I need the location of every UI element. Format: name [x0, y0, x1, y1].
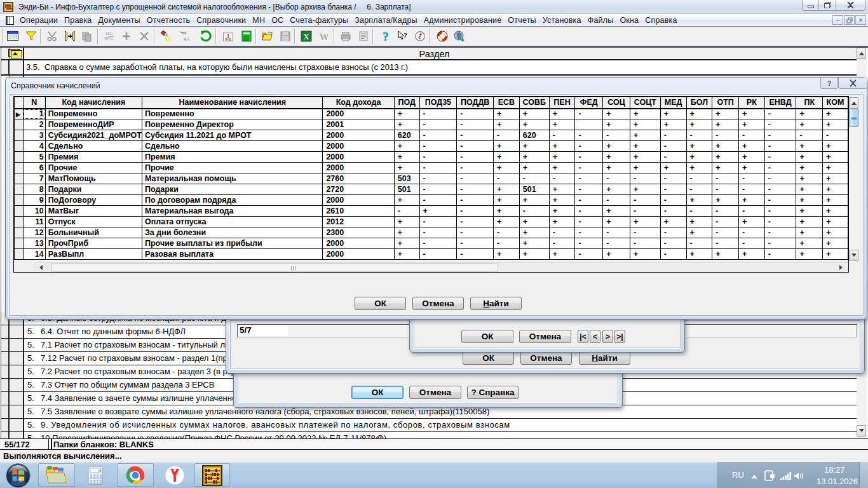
svg-text:180: 180 [105, 31, 112, 36]
svg-text:X: X [303, 32, 309, 41]
svg-text:?: ? [403, 31, 407, 39]
svg-text:ЯНВ: ЯНВ [225, 38, 231, 41]
svg-text:W: W [320, 32, 329, 42]
svg-text:?: ? [383, 30, 389, 43]
svg-text:А+В: А+В [184, 37, 190, 41]
